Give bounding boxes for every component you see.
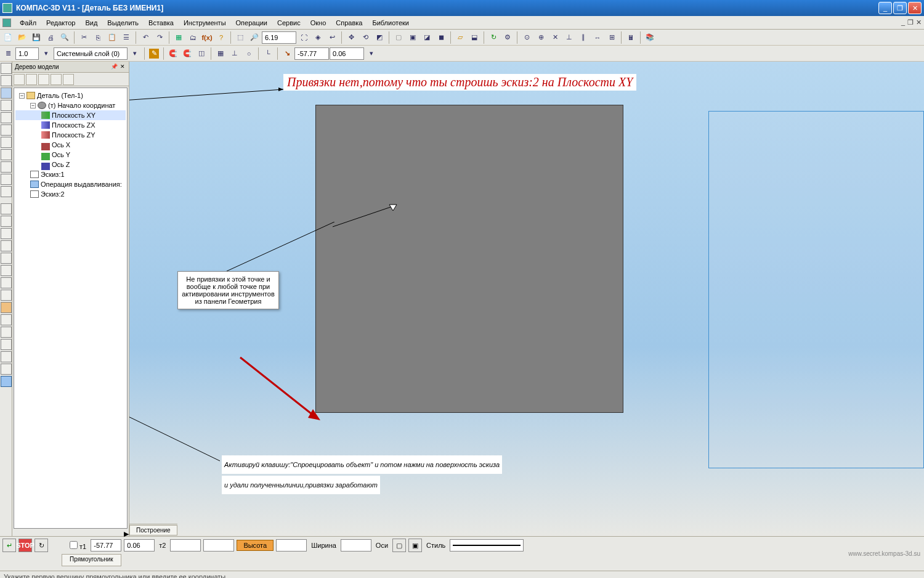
round-button[interactable]: ○ xyxy=(242,47,256,60)
menu-view[interactable]: Вид xyxy=(80,18,102,28)
cp-a10[interactable] xyxy=(1,174,12,185)
save-button[interactable]: 💾 xyxy=(30,31,43,44)
snap-cfg-button[interactable]: 🧲 xyxy=(180,47,194,60)
close-button[interactable]: ✕ xyxy=(908,2,922,14)
cp-b3[interactable] xyxy=(1,228,12,239)
prop-t1-y[interactable]: 0.06 xyxy=(124,539,155,552)
snap3-button[interactable]: ✕ xyxy=(548,31,562,44)
redraw-button[interactable]: ↻ xyxy=(487,31,500,44)
coord-y[interactable]: -57.77 xyxy=(294,47,329,60)
cp-b7[interactable] xyxy=(1,277,12,288)
coord-z[interactable]: 0.06 xyxy=(330,47,364,60)
cp-a4[interactable] xyxy=(1,100,12,111)
tree-origin[interactable]: −(т) Начало координат xyxy=(15,100,126,110)
cp-a11[interactable] xyxy=(1,186,12,197)
cut-button[interactable]: ✂ xyxy=(77,31,91,44)
shaded-button[interactable]: ◪ xyxy=(420,31,434,44)
mdi-restore-icon[interactable]: ❐ xyxy=(907,18,914,26)
menu-operations[interactable]: Операции xyxy=(231,18,272,28)
cp-a8[interactable] xyxy=(1,149,12,160)
cp-a1[interactable] xyxy=(1,63,12,74)
tree-tb3[interactable] xyxy=(38,74,49,85)
wireframe-button[interactable]: ▢ xyxy=(392,31,405,44)
snap6-button[interactable]: ↔ xyxy=(591,31,604,44)
menu-tools[interactable]: Инструменты xyxy=(179,18,231,28)
snap1-button[interactable]: ⊙ xyxy=(520,31,533,44)
menu-service[interactable]: Сервис xyxy=(272,18,306,28)
tree-sketch2[interactable]: Эскиз:2 xyxy=(15,189,126,199)
lib1-button[interactable]: 📚 xyxy=(643,31,657,44)
grid-button[interactable]: ▦ xyxy=(214,47,227,60)
tree-extrude[interactable]: Операция выдавливания: xyxy=(15,179,126,189)
cp-a2[interactable] xyxy=(1,75,12,86)
menu-select[interactable]: Выделить xyxy=(102,18,144,28)
open-button[interactable]: 📂 xyxy=(15,31,29,44)
zoom-value[interactable]: 6.19 xyxy=(262,31,296,44)
tree-close-icon[interactable]: ✕ xyxy=(119,63,126,71)
cp-project-object[interactable] xyxy=(1,376,12,387)
cp-b4[interactable] xyxy=(1,240,12,251)
tree-tb2[interactable] xyxy=(26,74,37,85)
mdi-minimize-icon[interactable]: _ xyxy=(901,18,905,26)
tree-axis-y[interactable]: Ось Y xyxy=(15,150,126,160)
cp-a6[interactable] xyxy=(1,124,12,136)
persp-button[interactable]: ▱ xyxy=(453,31,467,44)
layer-dd-button[interactable]: ▾ xyxy=(39,47,53,60)
vars-button[interactable]: f(x) xyxy=(200,31,214,44)
param-button[interactable]: ◫ xyxy=(195,47,208,60)
maximize-button[interactable]: ❐ xyxy=(893,2,907,14)
snap2-button[interactable]: ⊕ xyxy=(534,31,548,44)
prev-view-button[interactable]: ↩ xyxy=(325,31,339,44)
tree-sketch1[interactable]: Эскиз:1 xyxy=(15,169,126,179)
tree-axis-z[interactable]: Ось Z xyxy=(15,160,126,169)
model-tree[interactable]: −Деталь (Тел-1) −(т) Начало координат Пл… xyxy=(14,88,128,529)
sketch-mode-button[interactable]: ✎ xyxy=(147,47,161,60)
snap5-button[interactable]: ∥ xyxy=(577,31,590,44)
menu-edit[interactable]: Редактор xyxy=(41,18,80,28)
rotate-button[interactable]: ⟲ xyxy=(359,31,372,44)
prop-style-val[interactable] xyxy=(450,539,524,552)
menu-help[interactable]: Справка xyxy=(331,18,367,28)
orient-button[interactable]: ◩ xyxy=(373,31,386,44)
cp-b11[interactable] xyxy=(1,327,12,338)
hidden-button[interactable]: ▣ xyxy=(406,31,419,44)
cp-b14[interactable] xyxy=(1,364,12,375)
tree-axis-x[interactable]: Ось X xyxy=(15,140,126,150)
cp-b2[interactable] xyxy=(1,216,12,227)
prop-t2-x[interactable] xyxy=(170,539,201,552)
new-button[interactable]: 📄 xyxy=(1,31,15,44)
cp-b12[interactable] xyxy=(1,339,12,350)
tree-plane-zx[interactable]: Плоскость ZX xyxy=(15,120,126,130)
snap7-button[interactable]: ⊞ xyxy=(605,31,618,44)
cp-b8[interactable] xyxy=(1,290,12,301)
prop-height-val[interactable] xyxy=(276,539,307,552)
mdi-close-icon[interactable]: ✕ xyxy=(916,18,922,26)
prop-axes2[interactable]: ▣ xyxy=(408,539,422,552)
tree-tb4[interactable] xyxy=(51,74,62,85)
tree-scroll-r-icon[interactable]: ▶ xyxy=(124,530,129,536)
menu-window[interactable]: Окно xyxy=(306,18,331,28)
cp-b10[interactable] xyxy=(1,314,12,325)
cp-a7[interactable] xyxy=(1,137,12,148)
cp-b6[interactable] xyxy=(1,265,12,276)
menu-libs[interactable]: Библиотеки xyxy=(367,18,414,28)
tab-build[interactable]: Построение xyxy=(129,525,177,535)
manager-button[interactable]: 🗂 xyxy=(186,31,200,44)
calc-button[interactable]: 🖩 xyxy=(624,31,638,44)
minimize-button[interactable]: _ xyxy=(878,2,892,14)
cp-a3[interactable] xyxy=(1,88,12,99)
prop-width-val[interactable] xyxy=(341,539,371,552)
cp-b5[interactable] xyxy=(1,253,12,264)
prop-height-button[interactable]: Высота xyxy=(237,540,274,551)
zoom-all-button[interactable]: ◈ xyxy=(311,31,325,44)
cp-b1[interactable] xyxy=(1,203,12,214)
rebuild-button[interactable]: ⚙ xyxy=(501,31,514,44)
layers-button[interactable]: ≣ xyxy=(1,47,15,60)
cp-b9-rect[interactable] xyxy=(1,302,12,313)
undo-button[interactable]: ↶ xyxy=(139,31,152,44)
ortho-button[interactable]: ⊥ xyxy=(228,47,241,60)
prop-apply-button[interactable]: ↵ xyxy=(2,539,16,552)
prop-t1-x[interactable]: -57.77 xyxy=(91,539,121,552)
paste-button[interactable]: 📋 xyxy=(105,31,119,44)
localcs-button[interactable]: └ xyxy=(261,47,275,60)
